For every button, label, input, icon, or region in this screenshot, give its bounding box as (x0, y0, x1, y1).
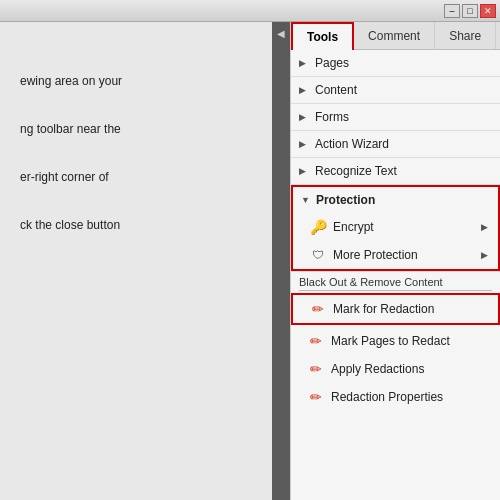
right-panel: Tools Comment Share ✕ ▶ Pages ▶ (290, 22, 500, 500)
content-arrow-icon: ▶ (299, 85, 309, 95)
apply-redactions-icon: ✏ (307, 360, 325, 378)
menu-section-forms: ▶ Forms (291, 104, 500, 131)
menu-section-recognize-text: ▶ Recognize Text (291, 158, 500, 185)
window-controls: – □ ✕ (444, 4, 496, 18)
doc-line-4: ck the close button (20, 216, 252, 234)
menu-items: ▶ Pages ▶ Content ▶ Forms (291, 50, 500, 500)
more-protection-label: More Protection (333, 248, 481, 262)
menu-section-action-wizard: ▶ Action Wizard (291, 131, 500, 158)
redaction-properties-icon: ✏ (307, 388, 325, 406)
sub-item-more-protection[interactable]: 🛡 More Protection ▶ (293, 241, 498, 269)
encrypt-icon: 🔑 (309, 218, 327, 236)
main-area: ewing area on your ng toolbar near the e… (0, 22, 500, 500)
minimize-button[interactable]: – (444, 4, 460, 18)
content-label: Content (315, 83, 492, 97)
forms-label: Forms (315, 110, 492, 124)
maximize-button[interactable]: □ (462, 4, 478, 18)
section-divider-line (299, 290, 492, 291)
redaction-properties-label: Redaction Properties (331, 390, 490, 404)
sidebar-divider: ◀ (272, 22, 290, 500)
panel-close-button[interactable]: ✕ (496, 22, 500, 49)
doc-text-area: ewing area on your ng toolbar near the e… (0, 62, 272, 274)
protection-sub-items: 🔑 Encrypt ▶ 🛡 More Protection ▶ (293, 213, 498, 269)
protection-arrow-icon: ▼ (301, 195, 310, 205)
recognize-text-arrow-icon: ▶ (299, 166, 309, 176)
menu-item-recognize-text[interactable]: ▶ Recognize Text (291, 158, 500, 184)
tab-tools[interactable]: Tools (291, 22, 354, 50)
close-button[interactable]: ✕ (480, 4, 496, 18)
tab-bar: Tools Comment Share ✕ (291, 22, 500, 50)
pages-arrow-icon: ▶ (299, 58, 309, 68)
mark-for-redaction-label: Mark for Redaction (333, 302, 488, 316)
protection-section: ▼ Protection 🔑 Encrypt ▶ 🛡 More Protecti… (291, 185, 500, 271)
action-wizard-arrow-icon: ▶ (299, 139, 309, 149)
collapse-arrow-icon: ◀ (277, 28, 285, 39)
menu-item-action-wizard[interactable]: ▶ Action Wizard (291, 131, 500, 157)
doc-line-3: er-right corner of (20, 168, 252, 186)
title-bar: – □ ✕ (0, 0, 500, 22)
protection-label: Protection (316, 193, 375, 207)
mark-pages-icon: ✏ (307, 332, 325, 350)
encrypt-label: Encrypt (333, 220, 481, 234)
tab-comment[interactable]: Comment (354, 22, 435, 49)
mark-pages-label: Mark Pages to Redact (331, 334, 490, 348)
apply-redactions-row[interactable]: ✏ Apply Redactions (291, 355, 500, 383)
mark-for-redaction-icon: ✏ (309, 300, 327, 318)
menu-section-content: ▶ Content (291, 77, 500, 104)
menu-item-pages[interactable]: ▶ Pages (291, 50, 500, 76)
menu-section-pages: ▶ Pages (291, 50, 500, 77)
protection-header[interactable]: ▼ Protection (293, 187, 498, 213)
pages-label: Pages (315, 56, 492, 70)
action-wizard-label: Action Wizard (315, 137, 492, 151)
mark-pages-to-redact-row[interactable]: ✏ Mark Pages to Redact (291, 327, 500, 355)
recognize-text-label: Recognize Text (315, 164, 492, 178)
more-protection-icon: 🛡 (309, 246, 327, 264)
more-protection-expand-icon: ▶ (481, 250, 488, 260)
sub-item-encrypt[interactable]: 🔑 Encrypt ▶ (293, 213, 498, 241)
doc-line-2: ng toolbar near the (20, 120, 252, 138)
apply-redactions-label: Apply Redactions (331, 362, 490, 376)
menu-item-content[interactable]: ▶ Content (291, 77, 500, 103)
tab-share[interactable]: Share (435, 22, 496, 49)
black-out-section-label: Black Out & Remove Content (291, 271, 500, 290)
mark-for-redaction-row[interactable]: ✏ Mark for Redaction (291, 293, 500, 325)
document-content: ewing area on your ng toolbar near the e… (0, 22, 272, 500)
redaction-properties-row[interactable]: ✏ Redaction Properties (291, 383, 500, 411)
menu-item-forms[interactable]: ▶ Forms (291, 104, 500, 130)
forms-arrow-icon: ▶ (299, 112, 309, 122)
encrypt-expand-icon: ▶ (481, 222, 488, 232)
doc-line-1: ewing area on your (20, 72, 252, 90)
